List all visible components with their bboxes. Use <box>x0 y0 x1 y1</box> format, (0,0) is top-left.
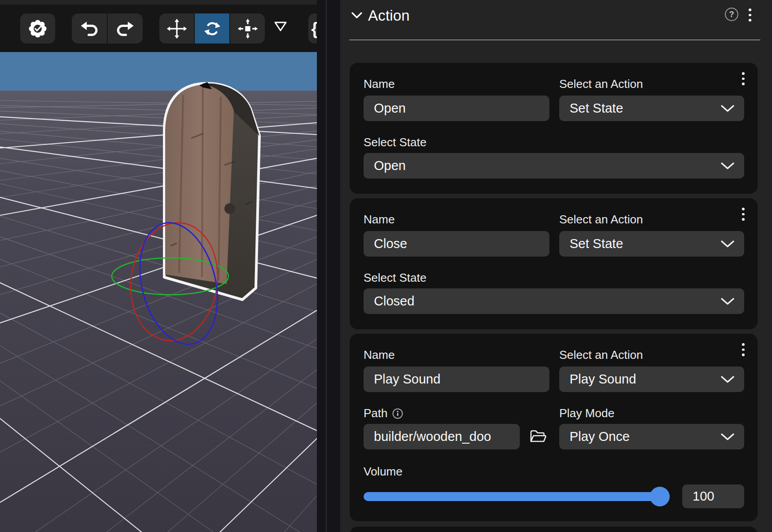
card-menu-kebab-icon[interactable] <box>742 208 745 221</box>
info-icon[interactable] <box>392 408 403 422</box>
browse-file-button[interactable] <box>528 427 548 446</box>
state-label: Select State <box>364 271 426 285</box>
name-input[interactable]: Close <box>364 231 549 257</box>
action-select[interactable]: Play Sound <box>559 366 744 392</box>
rotate-circular-arrows-icon <box>202 18 223 39</box>
action-label: Select an Action <box>559 213 643 227</box>
redo-arrow-icon <box>115 18 136 39</box>
scale-arrows-icon <box>237 18 258 39</box>
action-card-partial <box>350 527 758 532</box>
undo-arrow-icon <box>79 18 100 39</box>
sound-path-input[interactable]: builder/wooden_doo <box>364 424 520 449</box>
app-window: { Action ? Name Open Select an Action Se… <box>0 0 772 532</box>
play-mode-select[interactable]: Play Once <box>559 424 744 449</box>
name-label: Name <box>364 348 395 362</box>
scene-canvas <box>0 52 317 532</box>
chevron-down-icon <box>721 376 734 383</box>
divider-line <box>326 0 327 532</box>
chevron-down-icon <box>721 105 734 112</box>
state-label: Select State <box>364 135 426 149</box>
name-label: Name <box>364 213 395 227</box>
state-select[interactable]: Open <box>364 153 744 179</box>
name-input[interactable]: Open <box>364 96 549 121</box>
play-mode-label: Play Mode <box>559 406 614 420</box>
move-tool-button[interactable] <box>159 13 194 44</box>
panel-collapse-toggle[interactable] <box>351 12 362 21</box>
name-label: Name <box>364 77 395 91</box>
volume-label: Volume <box>364 465 403 479</box>
state-select[interactable]: Closed <box>364 288 744 314</box>
chevron-down-icon <box>721 298 734 305</box>
scale-tool-button[interactable] <box>230 13 265 44</box>
viewport-3d-scene[interactable] <box>0 52 317 532</box>
help-icon[interactable]: ? <box>725 8 738 21</box>
viewport-toolbar: { <box>0 4 317 52</box>
viewport-dropdown-toggle[interactable] <box>274 21 287 34</box>
chevron-down-icon <box>721 162 734 170</box>
action-card-close: Name Close Select an Action Set State Se… <box>350 198 758 329</box>
door-face <box>165 85 234 284</box>
volume-value-box[interactable]: 100 <box>682 484 744 508</box>
undo-button[interactable] <box>72 13 107 44</box>
badge-tool-button[interactable] <box>20 13 55 44</box>
volume-slider-thumb[interactable] <box>650 487 670 506</box>
door-knob <box>224 203 235 214</box>
action-select[interactable]: Set State <box>559 96 744 121</box>
action-label: Select an Action <box>559 348 643 362</box>
sky <box>0 52 317 91</box>
action-select[interactable]: Set State <box>559 231 744 257</box>
chevron-down-icon <box>351 12 362 19</box>
rotate-tool-button[interactable] <box>195 13 229 44</box>
folder-open-icon <box>529 428 547 445</box>
panel-menu-kebab-icon[interactable] <box>749 9 751 22</box>
verified-badge-icon <box>26 17 49 40</box>
panel-divider-strip[interactable] <box>317 0 340 532</box>
chevron-down-icon <box>721 240 734 248</box>
panel-title: Action <box>368 7 410 24</box>
action-card-play-sound: Name Play Sound Select an Action Play So… <box>350 334 758 521</box>
card-menu-kebab-icon[interactable] <box>742 343 745 356</box>
card-menu-kebab-icon[interactable] <box>742 72 745 85</box>
volume-slider-track[interactable] <box>364 492 670 501</box>
action-card-open: Name Open Select an Action Set State Sel… <box>350 63 758 194</box>
chevron-down-icon <box>721 433 734 440</box>
triangle-down-icon <box>274 21 287 32</box>
path-label: Path <box>364 406 403 422</box>
header-divider <box>349 39 760 40</box>
redo-button[interactable] <box>108 13 143 44</box>
move-arrows-icon <box>167 18 187 39</box>
action-label: Select an Action <box>559 77 643 91</box>
name-input[interactable]: Play Sound <box>364 366 549 392</box>
ground <box>0 91 317 532</box>
